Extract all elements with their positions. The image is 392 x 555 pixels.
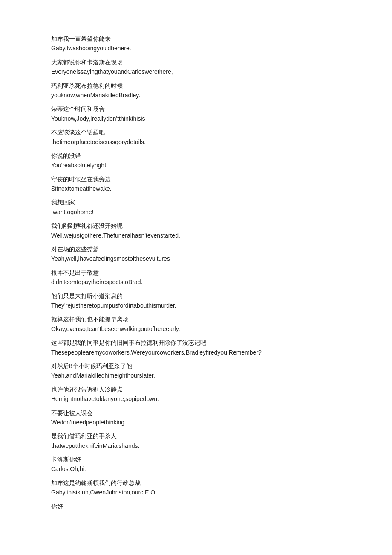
subtitle-block: 我们刚到葬礼都还没开始呢Well,wejustgothere.Thefunera… (51, 221, 341, 240)
chinese-subtitle: 卡洛斯你好 (51, 455, 341, 464)
subtitle-block: 你说的没错You'reabsolutelyright. (51, 151, 341, 170)
chinese-subtitle: 你好 (51, 502, 341, 511)
subtitle-block: 玛利亚杀死布拉德利的时候youknow,whenMariakilledBradl… (51, 81, 341, 100)
chinese-subtitle: 我想回家 (51, 198, 341, 207)
subtitle-block: 加布我一直希望你能来Gaby,Iwashopingyou'dbehere. (51, 34, 341, 53)
subtitle-block: 卡洛斯你好Carlos.Oh,hi. (51, 455, 341, 474)
chinese-subtitle: 不应该谈这个话题吧 (51, 128, 341, 137)
chinese-subtitle: 大家都说你和卡洛斯在现场 (51, 58, 341, 67)
english-subtitle: didn'tcomtopaytheirespectstoBrad. (51, 277, 341, 287)
subtitle-block: 加布这是约翰斯顿我们的行政总裁Gaby,thisis,uh,OwenJohnst… (51, 478, 341, 497)
english-subtitle: Yeah,andMariakilledhimeighthourslater. (51, 371, 341, 380)
english-subtitle: Well,wejustgothere.Thefuneralhasn'tevens… (51, 231, 341, 240)
subtitle-block: 是我们借玛利亚的手杀人thatweputtheknifeinMaria'shan… (51, 431, 341, 450)
english-subtitle: Youknow,Jody,Ireallydon'tthinkthisis (51, 114, 341, 123)
chinese-subtitle: 我们刚到葬礼都还没开始呢 (51, 221, 341, 230)
chinese-subtitle: 守丧的时候坐在我旁边 (51, 174, 341, 184)
subtitle-block: 对在场的这些秃鹫Yeah,well,Ihaveafeelingsmostofth… (51, 244, 341, 264)
english-subtitle: Wedon'tneedpeoplethinking (51, 418, 341, 427)
chinese-subtitle: 玛利亚杀死布拉德利的时候 (51, 81, 341, 90)
english-subtitle: Sitnexttomeatthewake. (51, 184, 341, 193)
subtitle-block: 你好 (51, 502, 341, 511)
chinese-subtitle: 也许他还没告诉别人冷静点 (51, 385, 341, 394)
english-subtitle: Yeah,well,Ihaveafeelingsmostofthesevultu… (51, 254, 341, 263)
english-subtitle: Thesepeoplearemycoworkers.Wereyourcowork… (51, 348, 341, 357)
subtitle-container: 加布我一直希望你能来Gaby,Iwashopingyou'dbehere.大家都… (51, 34, 341, 511)
subtitle-block: 这些都是我的同事是你的旧同事布拉德利开除你了没忘记吧Thesepeopleare… (51, 338, 341, 357)
english-subtitle: Hemightnothavetoldanyone,sopipedown. (51, 394, 341, 404)
subtitle-block: 他们只是来打听小道消息的They'rejustheretopumpusfordi… (51, 291, 341, 311)
subtitle-block: 不应该谈这个话题吧thetimeorplacetodiscussgorydeta… (51, 128, 341, 147)
chinese-subtitle: 荣蒂这个时间和场合 (51, 104, 341, 113)
chinese-subtitle: 对然后8个小时候玛利亚杀了他 (51, 361, 341, 371)
subtitle-block: 守丧的时候坐在我旁边Sitnexttomeatthewake. (51, 174, 341, 194)
subtitle-block: 大家都说你和卡洛斯在现场EveryoneissayingthatyouandCa… (51, 58, 341, 77)
chinese-subtitle: 是我们借玛利亚的手杀人 (51, 431, 341, 441)
english-subtitle: Carlos.Oh,hi. (51, 464, 341, 474)
english-subtitle: EveryoneissayingthatyouandCarloswerether… (51, 67, 341, 76)
chinese-subtitle: 加布这是约翰斯顿我们的行政总裁 (51, 478, 341, 488)
english-subtitle: They'rejustheretopumpusfordirtabouthismu… (51, 301, 341, 310)
english-subtitle: thatweputtheknifeinMaria'shands. (51, 441, 341, 450)
subtitle-block: 根本不是出于敬意didn'tcomtopaytheirespectstoBrad… (51, 268, 341, 287)
subtitle-block: 我想回家Iwanttogohome! (51, 198, 341, 217)
subtitle-block: 也许他还没告诉别人冷静点Hemightnothavetoldanyone,sop… (51, 385, 341, 404)
chinese-subtitle: 你说的没错 (51, 151, 341, 160)
english-subtitle: You'reabsolutelyright. (51, 160, 341, 170)
subtitle-block: 就算这样我们也不能提早离场Okay,evenso,Ican'tbeseenwal… (51, 314, 341, 334)
chinese-subtitle: 对在场的这些秃鹫 (51, 244, 341, 254)
subtitle-block: 对然后8个小时候玛利亚杀了他Yeah,andMariakilledhimeigh… (51, 361, 341, 381)
chinese-subtitle: 他们只是来打听小道消息的 (51, 291, 341, 301)
english-subtitle: Iwanttogohome! (51, 207, 341, 217)
english-subtitle: Okay,evenso,Ican'tbeseenwalkingoutofhere… (51, 324, 341, 334)
chinese-subtitle: 这些都是我的同事是你的旧同事布拉德利开除你了没忘记吧 (51, 338, 341, 347)
english-subtitle: youknow,whenMariakilledBradley. (51, 90, 341, 100)
chinese-subtitle: 不要让被人误会 (51, 408, 341, 418)
chinese-subtitle: 就算这样我们也不能提早离场 (51, 314, 341, 324)
english-subtitle: Gaby,thisis,uh,OwenJohnston,ourc.E.O. (51, 488, 341, 497)
chinese-subtitle: 根本不是出于敬意 (51, 268, 341, 277)
chinese-subtitle: 加布我一直希望你能来 (51, 34, 341, 44)
english-subtitle: thetimeorplacetodiscussgorydetails. (51, 137, 341, 147)
subtitle-block: 不要让被人误会Wedon'tneedpeoplethinking (51, 408, 341, 427)
english-subtitle: Gaby,Iwashopingyou'dbehere. (51, 44, 341, 53)
subtitle-block: 荣蒂这个时间和场合Youknow,Jody,Ireallydon'tthinkt… (51, 104, 341, 123)
